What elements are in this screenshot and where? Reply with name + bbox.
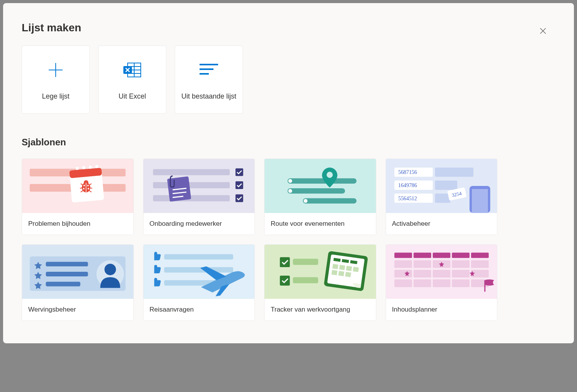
svg-rect-83: [339, 265, 345, 270]
template-work-progress[interactable]: Tracker van werkvoortgang: [264, 244, 376, 321]
template-recruitment-tracker[interactable]: Wervingsbeheer: [22, 244, 134, 321]
svg-rect-71: [164, 267, 233, 273]
template-employee-onboarding[interactable]: Onboarding medewerker: [143, 159, 255, 235]
svg-rect-107: [452, 280, 469, 287]
svg-rect-46: [287, 188, 345, 194]
template-label: Tracker van werkvoortgang: [265, 299, 376, 320]
svg-rect-92: [452, 252, 469, 258]
svg-point-20: [95, 165, 98, 168]
svg-rect-101: [432, 270, 450, 278]
svg-rect-12: [200, 73, 209, 75]
svg-text:5687156: 5687156: [398, 169, 417, 175]
template-label: Onboarding medewerker: [143, 213, 255, 235]
svg-rect-11: [200, 68, 213, 70]
blank-list-card[interactable]: Lege lijst: [22, 46, 90, 114]
svg-rect-75: [280, 276, 290, 286]
template-content-scheduler[interactable]: Inhoudsplanner: [386, 244, 498, 321]
svg-point-18: [82, 166, 85, 169]
svg-rect-39: [235, 194, 243, 202]
excel-icon: [123, 61, 142, 78]
svg-text:1649786: 1649786: [398, 182, 417, 188]
svg-rect-67: [46, 282, 80, 286]
svg-point-49: [304, 199, 307, 203]
templates-heading: Sjablonen: [22, 137, 555, 148]
svg-rect-106: [432, 280, 450, 287]
svg-text:5564512: 5564512: [398, 196, 417, 201]
svg-rect-86: [331, 270, 337, 275]
template-asset-manager[interactable]: 5687156 1649786 5564512 3254: [386, 159, 498, 235]
svg-point-27: [88, 188, 89, 189]
svg-point-24: [84, 185, 85, 186]
svg-point-45: [288, 179, 292, 183]
svg-rect-56: [435, 181, 457, 190]
svg-rect-100: [413, 270, 431, 278]
svg-line-31: [90, 188, 92, 188]
content-thumb: [386, 245, 497, 299]
svg-rect-48: [303, 198, 357, 204]
template-label: Inhoudsplanner: [386, 299, 497, 320]
template-label: Activabeheer: [386, 213, 497, 235]
svg-rect-82: [332, 264, 338, 269]
thumbs-up-icon: [154, 252, 160, 260]
svg-rect-97: [452, 260, 469, 268]
svg-rect-10: [200, 64, 218, 65]
event-thumb: [265, 159, 376, 213]
create-list-dialog: Lijst maken Lege lijst: [3, 3, 574, 343]
svg-point-19: [89, 165, 92, 169]
from-existing-card[interactable]: Uit bestaande lijst: [175, 46, 243, 114]
svg-rect-99: [394, 270, 412, 278]
svg-rect-95: [413, 260, 431, 268]
template-label: Problemen bijhouden: [22, 213, 133, 235]
recruit-thumb: [22, 245, 133, 299]
svg-rect-35: [153, 182, 229, 188]
issue-tracker-thumb: [22, 159, 133, 213]
svg-rect-74: [293, 259, 318, 265]
svg-rect-53: [435, 167, 473, 177]
svg-rect-61: [472, 189, 488, 213]
svg-point-25: [87, 185, 89, 186]
svg-rect-65: [46, 262, 88, 266]
svg-rect-73: [280, 257, 290, 267]
svg-rect-105: [413, 280, 431, 287]
svg-point-50: [327, 172, 333, 178]
close-button[interactable]: [538, 26, 548, 36]
map-pin-icon: [322, 167, 338, 187]
svg-rect-87: [338, 271, 344, 276]
dialog-title: Lijst maken: [22, 22, 555, 34]
svg-rect-90: [413, 252, 431, 258]
svg-rect-89: [394, 252, 412, 258]
from-existing-label: Uit bestaande lijst: [181, 92, 236, 101]
svg-point-47: [288, 189, 292, 193]
svg-rect-38: [235, 181, 243, 189]
svg-rect-36: [153, 195, 229, 201]
blank-list-label: Lege lijst: [42, 92, 69, 101]
template-grid: Problemen bijhouden: [22, 159, 497, 321]
svg-rect-76: [293, 277, 318, 283]
progress-thumb: [265, 245, 376, 299]
svg-rect-104: [394, 280, 412, 287]
svg-rect-34: [153, 169, 229, 175]
svg-line-30: [80, 188, 82, 188]
svg-point-69: [104, 264, 116, 275]
svg-rect-44: [287, 178, 356, 184]
svg-rect-91: [432, 252, 450, 258]
svg-rect-70: [164, 254, 233, 259]
from-excel-label: Uit Excel: [118, 92, 146, 101]
svg-rect-84: [346, 266, 352, 271]
svg-rect-59: [435, 194, 450, 203]
template-label: Wervingsbeheer: [22, 299, 133, 320]
svg-rect-102: [452, 270, 469, 278]
onboarding-thumb: [143, 159, 255, 213]
close-icon: [540, 28, 546, 34]
template-event-itinerary[interactable]: Route voor evenementen: [264, 159, 376, 235]
template-travel-requests[interactable]: Reisaanvragen: [143, 244, 255, 321]
svg-point-26: [83, 188, 85, 189]
person-icon: [96, 260, 124, 288]
list-icon: [200, 64, 218, 76]
from-excel-card[interactable]: Uit Excel: [98, 46, 166, 114]
template-label: Reisaanvragen: [143, 299, 255, 320]
travel-thumb: [143, 245, 255, 299]
create-options-row: Lege lijst Uit Excel: [22, 46, 555, 114]
svg-rect-94: [394, 260, 412, 268]
template-issue-tracker[interactable]: Problemen bijhouden: [22, 159, 134, 235]
